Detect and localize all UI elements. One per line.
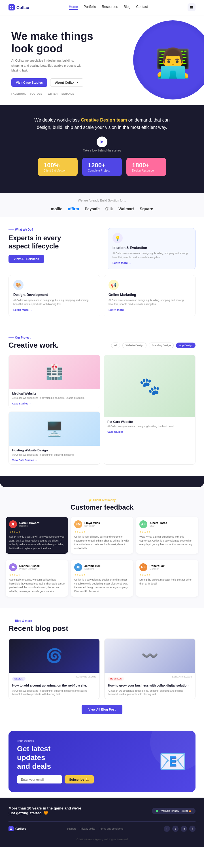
testimonials-section: ⭐ Client Testimony Customer feedback DH … bbox=[0, 487, 204, 608]
blog-date-1: FEBRUARY 20,2023 bbox=[171, 676, 192, 678]
stat-number-projects: 1200+ bbox=[88, 162, 116, 169]
blog-title-1: How to grow your business with collax di… bbox=[108, 683, 192, 687]
portfolio-grid: 🏥 Medical Website At Collax we specializ… bbox=[8, 355, 196, 465]
blog-heading: Recent blog post bbox=[8, 624, 196, 633]
medical-cta[interactable]: Case Studies → bbox=[12, 402, 97, 405]
filter-all[interactable]: All bbox=[111, 343, 120, 348]
darrell-name: Darrell Howard bbox=[19, 522, 40, 525]
footer-linkedin-icon[interactable]: li bbox=[189, 826, 196, 832]
darrell-stars: ★★★★★ bbox=[9, 530, 65, 533]
stat-projects: 1200+ Complete Project bbox=[82, 158, 122, 176]
social-facebook[interactable]: FACEBOOK bbox=[11, 92, 26, 95]
dianne-name: Dianne Russell bbox=[19, 564, 40, 567]
logo: Collax bbox=[8, 4, 29, 10]
testimonial-albert: AF Albert Flores CEO ★★★★★ Wow. What a g… bbox=[136, 517, 198, 554]
svg-rect-1 bbox=[12, 6, 13, 7]
nav-resources[interactable]: Resources bbox=[102, 5, 118, 10]
cta-tag: Trust Updates bbox=[17, 739, 94, 742]
medical-desc: At Collax we specialize in developing be… bbox=[12, 396, 97, 400]
albert-name: Albert Flores bbox=[150, 522, 167, 525]
stats-section: 100% Client Satisfaction 1200+ Complete … bbox=[11, 158, 193, 185]
dianne-avatar: DR bbox=[9, 563, 17, 571]
nav-blog[interactable]: Blog bbox=[124, 5, 131, 10]
footer-link-terms[interactable]: Terms and conditions bbox=[99, 827, 123, 830]
testimonials-grid-bottom: DR Dianne Russell Product Manager ★★★★☆ … bbox=[6, 560, 198, 597]
design-learn-more[interactable]: Learn More → bbox=[13, 308, 96, 311]
about-collax-button[interactable]: About Collax bbox=[50, 78, 83, 87]
footer-link-privacy[interactable]: Privacy policy bbox=[80, 827, 95, 830]
footer-link-support[interactable]: Support bbox=[67, 827, 76, 830]
footer-facebook-icon[interactable]: f bbox=[164, 826, 170, 832]
highlight-text: Creative Design team bbox=[81, 118, 127, 122]
blog-category-1: BUSINESS bbox=[108, 677, 124, 681]
logo-icon bbox=[8, 4, 15, 10]
testimonials-grid-top: DH Darrell Howard Designer ★★★★★ Collax … bbox=[6, 517, 198, 554]
testimonial-robert: RF Robert Fox Manager ★★★★★ During the p… bbox=[136, 560, 198, 597]
client-qlik: Qlik bbox=[105, 207, 113, 211]
nav-menu-button[interactable] bbox=[187, 3, 196, 11]
dianne-header: DR Dianne Russell Product Manager bbox=[9, 563, 65, 571]
cta-subscribe-button[interactable]: Subscribe 🔔 bbox=[65, 775, 94, 783]
nav-contact[interactable]: Contact bbox=[136, 5, 148, 10]
hosting-title: Hosting Website Design bbox=[12, 448, 97, 452]
client-walmart: Walmart bbox=[119, 207, 134, 211]
robert-avatar: RF bbox=[139, 563, 147, 571]
stat-resources: 1800+ Design Resource bbox=[126, 158, 166, 176]
cta-section: Trust Updates Get latest updates and dea… bbox=[8, 731, 196, 792]
filter-app[interactable]: App Design bbox=[176, 343, 196, 348]
footer: More than 10 years in the game and we're… bbox=[0, 798, 204, 847]
albert-stars: ★★★★★ bbox=[139, 530, 195, 533]
testimonial-jerome: JB Jerome Bell Marketing ★★★★★ Collax is… bbox=[71, 560, 133, 597]
marketing-title: Online Marketing bbox=[108, 293, 191, 297]
services-header: What We Do? Experts in every aspect life… bbox=[8, 228, 196, 269]
dark-band-section: We deploy world-class Creative Design te… bbox=[0, 105, 204, 193]
floyd-info: Floyd Miles Developer bbox=[84, 522, 100, 527]
hosting-cta[interactable]: View Data Studies → bbox=[12, 459, 97, 462]
testimonial-darrell: DH Darrell Howard Designer ★★★★★ Collax … bbox=[6, 517, 68, 554]
hero-section: We make things look good At Collax we sp… bbox=[0, 15, 204, 105]
footer-twitter-icon[interactable]: t bbox=[172, 826, 178, 832]
hero-illustration: 👨‍💻 bbox=[133, 20, 204, 99]
filter-branding[interactable]: Branding Design bbox=[149, 343, 174, 348]
clients-section: We are Already Build Solution for... mol… bbox=[0, 193, 204, 217]
cta-left: Trust Updates Get latest updates and dea… bbox=[17, 739, 94, 784]
cta-email-input[interactable] bbox=[17, 775, 62, 783]
jerome-role: Marketing bbox=[84, 567, 101, 570]
darrell-info: Darrell Howard Designer bbox=[19, 522, 40, 527]
blog-thumb-1: 〰️ bbox=[105, 639, 195, 673]
svg-rect-3 bbox=[12, 8, 13, 9]
dianne-stars: ★★★★☆ bbox=[9, 574, 65, 576]
clients-logos: mollie affirm Paysafe Qlik Walmart Squar… bbox=[8, 207, 196, 211]
ideation-learn-more[interactable]: Learn More → bbox=[112, 261, 191, 265]
blog-grid: 🌀 DESIGN FEBRUARY 20,2023 How to add a c… bbox=[8, 639, 196, 699]
social-youtube[interactable]: YOUTUBE bbox=[30, 92, 42, 95]
hosting-info: Hosting Website Design At Collax we spec… bbox=[9, 446, 100, 465]
view-all-blog-button[interactable]: View All Blog Post bbox=[82, 705, 122, 714]
portfolio-card-medical: 🏥 Medical Website At Collax we specializ… bbox=[8, 355, 100, 408]
petcare-cta[interactable]: Case Studies → bbox=[107, 431, 192, 433]
portfolio-card-hosting: 🖥️ Hosting Website Design At Collax we s… bbox=[8, 411, 100, 465]
marketing-learn-more[interactable]: Learn More → bbox=[108, 308, 191, 311]
footer-instagram-icon[interactable]: in bbox=[181, 826, 187, 832]
service-card-design: 🎨 Design, Development At Collax we speci… bbox=[8, 275, 100, 316]
filter-website[interactable]: Website Design bbox=[122, 343, 147, 348]
blog-desc-0: At Collax we specialize in designing, bu… bbox=[12, 689, 96, 696]
nav-home[interactable]: Home bbox=[69, 5, 78, 10]
blog-date-0: FEBRUARY 20,2023 bbox=[75, 676, 96, 678]
petcare-title: Pet Care Website bbox=[107, 420, 192, 424]
svg-rect-0 bbox=[10, 6, 11, 7]
service-cards-grid: 🎨 Design, Development At Collax we speci… bbox=[8, 275, 196, 316]
hosting-desc: At Collax we specialize in designing, bu… bbox=[12, 453, 97, 457]
social-behance[interactable]: BEHANCE bbox=[61, 92, 74, 95]
play-button[interactable] bbox=[97, 136, 107, 147]
blog-meta-0: DESIGN FEBRUARY 20,2023 How to add a cou… bbox=[9, 673, 99, 699]
portfolio-heading: Creative work. bbox=[8, 341, 59, 350]
visit-case-studies-button[interactable]: Visit Case Studies bbox=[11, 78, 47, 87]
nav-portfolio[interactable]: Portfolio bbox=[83, 5, 96, 10]
view-all-services-button[interactable]: View All Services bbox=[8, 255, 44, 263]
testimonials-tag: ⭐ Client Testimony bbox=[6, 499, 198, 502]
albert-header: AF Albert Flores CEO bbox=[139, 520, 195, 528]
social-twitter[interactable]: TWITTER bbox=[46, 92, 57, 95]
svg-rect-10 bbox=[11, 829, 12, 830]
blog-category-0: DESIGN bbox=[12, 677, 26, 681]
